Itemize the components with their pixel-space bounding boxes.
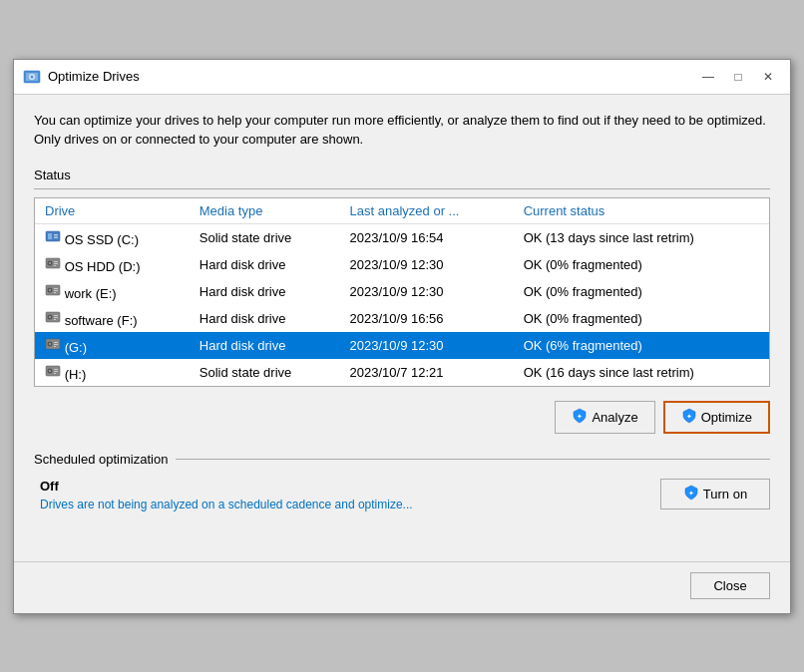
drive-name: (H:) (65, 367, 87, 382)
analyze-label: Analyze (592, 410, 637, 425)
scheduled-left: Off Drives are not being analyzed on a s… (40, 479, 413, 511)
svg-rect-18 (54, 290, 58, 291)
optimize-label: Optimize (701, 410, 752, 425)
scheduled-header: Scheduled optimization (34, 452, 770, 467)
scheduled-section: Scheduled optimization Off Drives are no… (34, 452, 770, 511)
svg-point-28 (49, 343, 51, 345)
window-title: Optimize Drives (48, 69, 694, 84)
svg-rect-17 (54, 288, 58, 289)
turn-on-shield-icon: ✦ (683, 485, 699, 504)
current-status-cell: OK (16 days since last retrim) (514, 359, 769, 386)
close-window-button[interactable]: ✕ (754, 66, 782, 88)
svg-rect-25 (54, 319, 56, 320)
current-status-cell: OK (6% fragmented) (514, 332, 769, 359)
svg-point-16 (49, 289, 51, 291)
drive-cell: (H:) (35, 359, 190, 386)
optimize-button[interactable]: ✦ Optimize (663, 401, 770, 434)
col-header-current-status: Current status (514, 198, 769, 224)
drive-icon (45, 363, 61, 379)
drives-table-container: Drive Media type Last analyzed or ... Cu… (34, 197, 770, 387)
scheduled-description: Drives are not being analyzed on a sched… (40, 498, 413, 511)
svg-rect-11 (54, 261, 58, 262)
current-status-cell: OK (0% fragmented) (514, 251, 769, 278)
svg-rect-36 (54, 371, 58, 372)
table-row[interactable]: OS SSD (C:) Solid state drive 2023/10/9 … (35, 223, 769, 251)
media-type-cell: Solid state drive (190, 359, 340, 386)
last-analyzed-cell: 2023/10/9 12:30 (340, 251, 514, 278)
drive-cell: work (E:) (35, 278, 190, 305)
last-analyzed-cell: 2023/10/9 12:30 (340, 332, 514, 359)
drive-icon (45, 309, 61, 325)
table-row[interactable]: work (E:) Hard disk drive 2023/10/9 12:3… (35, 278, 769, 305)
turn-on-label: Turn on (703, 487, 747, 502)
col-header-media-type: Media type (190, 198, 340, 224)
media-type-cell: Hard disk drive (190, 305, 340, 332)
media-type-cell: Hard disk drive (190, 278, 340, 305)
drive-cell: OS SSD (C:) (35, 223, 190, 251)
svg-rect-30 (54, 344, 58, 345)
table-row[interactable]: (H:) Solid state drive 2023/10/7 12:21 O… (35, 359, 769, 386)
maximize-button[interactable]: □ (724, 66, 752, 88)
last-analyzed-cell: 2023/10/7 12:21 (340, 359, 514, 386)
drive-cell: (G:) (35, 332, 190, 359)
window-controls: — □ ✕ (694, 66, 782, 88)
current-status-cell: OK (13 days since last retrim) (514, 223, 769, 251)
last-analyzed-cell: 2023/10/9 16:54 (340, 223, 514, 251)
current-status-cell: OK (0% fragmented) (514, 278, 769, 305)
window-icon (22, 67, 42, 87)
drive-name: OS HDD (D:) (65, 259, 141, 274)
analyze-shield-icon: ✦ (572, 408, 588, 427)
media-type-cell: Hard disk drive (190, 251, 340, 278)
drives-table-body: OS SSD (C:) Solid state drive 2023/10/9 … (35, 223, 769, 386)
table-row[interactable]: (G:) Hard disk drive 2023/10/9 12:30 OK … (35, 332, 769, 359)
svg-point-22 (49, 316, 51, 318)
drive-icon (45, 255, 61, 271)
last-analyzed-cell: 2023/10/9 12:30 (340, 278, 514, 305)
scheduled-divider (176, 459, 770, 460)
drive-name: (G:) (65, 340, 87, 355)
status-divider (34, 188, 770, 189)
svg-rect-7 (54, 236, 58, 238)
svg-rect-37 (54, 373, 56, 374)
svg-rect-12 (54, 263, 58, 264)
svg-rect-13 (54, 265, 56, 266)
media-type-cell: Solid state drive (190, 223, 340, 251)
footer: Close (14, 561, 790, 613)
last-analyzed-cell: 2023/10/9 16:56 (340, 305, 514, 332)
drive-icon (45, 336, 61, 352)
svg-rect-5 (48, 233, 52, 239)
scheduled-status: Off (40, 479, 413, 494)
svg-rect-24 (54, 317, 58, 318)
close-button[interactable]: Close (690, 572, 770, 599)
col-header-last-analyzed: Last analyzed or ... (340, 198, 514, 224)
drive-icon (45, 228, 61, 244)
main-content: You can optimize your drives to help you… (14, 95, 790, 541)
drive-cell: software (F:) (35, 305, 190, 332)
svg-rect-6 (54, 234, 58, 236)
scheduled-content: Off Drives are not being analyzed on a s… (34, 473, 770, 511)
drive-name: software (F:) (65, 313, 138, 328)
table-row[interactable]: software (F:) Hard disk drive 2023/10/9 … (35, 305, 769, 332)
turn-on-button[interactable]: ✦ Turn on (660, 479, 770, 509)
minimize-button[interactable]: — (694, 66, 722, 88)
status-label: Status (34, 168, 770, 182)
svg-text:✦: ✦ (577, 413, 583, 420)
scheduled-label: Scheduled optimization (34, 452, 168, 467)
svg-point-3 (31, 75, 34, 78)
analyze-button[interactable]: ✦ Analyze (555, 401, 654, 434)
svg-point-34 (49, 370, 51, 372)
action-buttons: ✦ Analyze ✦ Optimize (34, 401, 770, 434)
title-bar: Optimize Drives — □ ✕ (14, 60, 790, 95)
svg-point-10 (49, 262, 51, 264)
svg-rect-35 (54, 369, 58, 370)
svg-text:✦: ✦ (686, 413, 692, 420)
table-header-row: Drive Media type Last analyzed or ... Cu… (35, 198, 769, 224)
description-text: You can optimize your drives to help you… (34, 111, 770, 150)
svg-rect-23 (54, 315, 58, 316)
current-status-cell: OK (0% fragmented) (514, 305, 769, 332)
drive-name: OS SSD (C:) (65, 232, 139, 247)
svg-text:✦: ✦ (688, 490, 694, 497)
table-row[interactable]: OS HDD (D:) Hard disk drive 2023/10/9 12… (35, 251, 769, 278)
drives-table: Drive Media type Last analyzed or ... Cu… (35, 198, 769, 386)
drive-name: work (E:) (65, 286, 117, 301)
